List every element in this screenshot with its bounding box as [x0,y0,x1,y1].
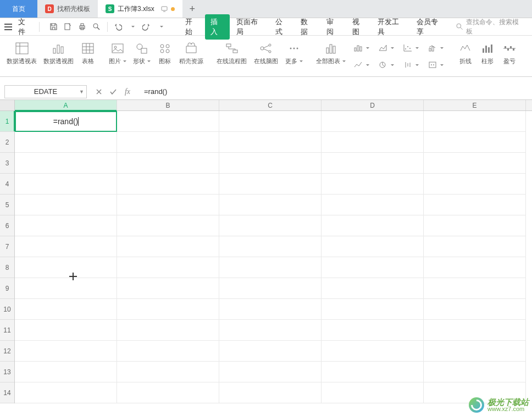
bar-chart-small[interactable] [351,42,372,53]
formula-cancel-button[interactable] [92,85,106,98]
cell-A3[interactable] [15,153,117,174]
cell-E9[interactable] [424,278,526,299]
cell-A14[interactable] [15,382,117,403]
ribbon-tab-4[interactable]: 数据 [295,14,320,40]
cell-C4[interactable] [219,174,322,195]
cell-E7[interactable] [424,236,526,257]
row-header-12[interactable]: 12 [0,341,14,362]
cell-C1[interactable] [219,111,322,132]
ribbon-tab-2[interactable]: 页面布局 [231,14,269,40]
hamburger-menu[interactable] [3,24,13,30]
cell-D1[interactable] [322,111,424,132]
cell-E1[interactable] [424,111,526,132]
cell-B1[interactable] [117,111,219,132]
command-search[interactable]: 查找命令、搜索模板 [451,18,529,36]
column-header-A[interactable]: A [15,100,117,110]
cell-A9[interactable] [15,278,117,299]
cell-B5[interactable] [117,195,219,215]
more-chart-small[interactable] [425,59,446,70]
cell-D10[interactable] [322,299,424,320]
pivot-chart-button[interactable]: 数据透视图 [40,38,77,74]
resource-button[interactable]: 稻壳资源 [176,38,207,74]
row-header-5[interactable]: 5 [0,195,14,215]
cell-B4[interactable] [117,174,219,195]
all-charts-button[interactable]: 全部图表 [313,38,349,74]
cell-A13[interactable] [15,362,117,382]
ribbon-tab-8[interactable]: 会员专享 [411,14,449,40]
cell-B3[interactable] [117,153,219,174]
cell-D5[interactable] [322,195,424,215]
cell-B11[interactable] [117,320,219,341]
name-box[interactable]: EDATE ▼ [4,85,87,98]
cell-D6[interactable] [322,215,424,236]
fx-button[interactable]: fx [121,85,134,98]
cell-A5[interactable] [15,195,117,215]
row-header-13[interactable]: 13 [0,362,14,382]
cell-C7[interactable] [219,236,322,257]
scatter-chart-small[interactable] [401,42,421,53]
cell-B12[interactable] [117,341,219,362]
cell-E8[interactable] [424,257,526,278]
select-all-corner[interactable] [0,100,15,110]
sparkline-line-button[interactable]: 折线 [455,38,476,74]
cell-D12[interactable] [322,341,424,362]
cell-A8[interactable] [15,257,117,278]
ribbon-tab-1[interactable]: 插入 [205,14,230,40]
cell-C12[interactable] [219,341,322,362]
file-menu[interactable]: 文件 [15,17,35,37]
redo-button[interactable] [141,21,153,33]
row-header-14[interactable]: 14 [0,382,14,403]
cell-A7[interactable] [15,236,117,257]
cell-C6[interactable] [219,215,322,236]
row-header-9[interactable]: 9 [0,278,14,299]
table-button[interactable]: 表格 [77,38,99,74]
picture-button[interactable]: 图片 [106,38,130,74]
sparkline-wl-button[interactable]: 盈亏 [498,38,520,74]
ribbon-tab-6[interactable]: 视图 [347,14,372,40]
cell-E5[interactable] [424,195,526,215]
print-preview-button[interactable] [91,21,103,33]
cell-E12[interactable] [424,341,526,362]
cell-C13[interactable] [219,362,322,382]
row-header-3[interactable]: 3 [0,153,14,174]
cell-A4[interactable] [15,174,117,195]
column-header-C[interactable]: C [219,100,322,110]
stock-chart-small[interactable] [401,59,421,70]
cell-C3[interactable] [219,153,322,174]
cell-D8[interactable] [322,257,424,278]
row-header-10[interactable]: 10 [0,299,14,320]
row-header-11[interactable]: 11 [0,320,14,341]
cell-E3[interactable] [424,153,526,174]
cell-A12[interactable] [15,341,117,362]
cell-D11[interactable] [322,320,424,341]
cell-D14[interactable] [322,382,424,403]
tab-template[interactable]: D 找稻壳模板 [37,0,98,18]
cells-area[interactable]: =rand() [15,111,532,403]
cell-C10[interactable] [219,299,322,320]
cell-B6[interactable] [117,215,219,236]
ribbon-tab-0[interactable]: 开始 [180,14,204,40]
cell-E6[interactable] [424,215,526,236]
cell-C8[interactable] [219,257,322,278]
formula-accept-button[interactable] [107,85,120,98]
ribbon-tab-7[interactable]: 开发工具 [372,14,410,40]
cell-A6[interactable] [15,215,117,236]
chevron-down-icon[interactable]: ▼ [79,89,84,95]
mindmap-button[interactable]: 在线脑图 [250,38,282,74]
row-header-4[interactable]: 4 [0,174,14,195]
print-button[interactable] [76,21,88,33]
tab-workbook[interactable]: S 工作簿3.xlsx [98,0,182,18]
cell-C2[interactable] [219,132,322,153]
pivot-table-button[interactable]: 数据透视表 [3,38,40,74]
cell-B8[interactable] [117,257,219,278]
column-header-B[interactable]: B [117,100,219,110]
cell-C14[interactable] [219,382,322,403]
cell-D3[interactable] [322,153,424,174]
redo-dropdown[interactable] [155,21,167,33]
combo-chart-small[interactable] [425,42,446,53]
row-header-8[interactable]: 8 [0,257,14,278]
ribbon-tab-3[interactable]: 公式 [270,14,295,40]
shapes-button[interactable]: 形状 [130,38,154,74]
row-header-2[interactable]: 2 [0,132,14,153]
area-chart-small[interactable] [376,42,396,53]
